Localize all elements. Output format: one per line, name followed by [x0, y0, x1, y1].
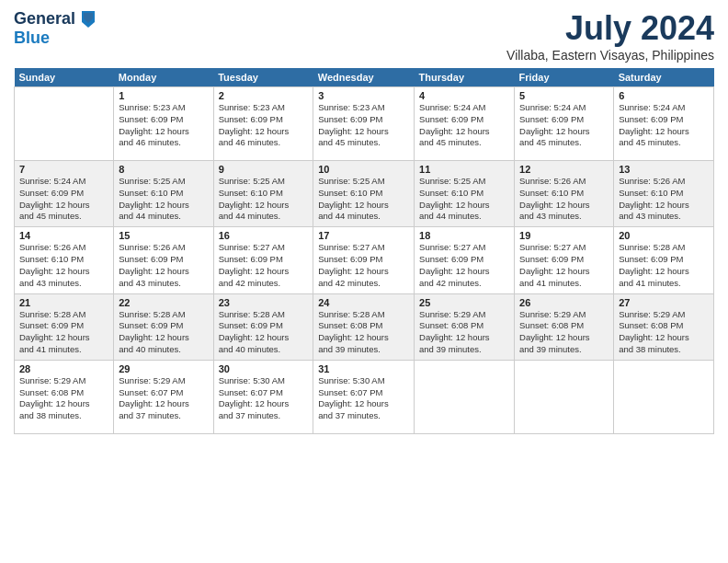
date-number: 16	[214, 227, 313, 242]
calendar-cell: 10Sunrise: 5:25 AMSunset: 6:10 PMDayligh…	[313, 161, 415, 227]
calendar-cell: 31Sunrise: 5:30 AMSunset: 6:07 PMDayligh…	[313, 360, 415, 433]
title-section: July 2024 Villaba, Eastern Visayas, Phil…	[506, 9, 714, 63]
calendar-cell: 1Sunrise: 5:23 AMSunset: 6:09 PMDaylight…	[114, 87, 213, 161]
date-number: 3	[313, 87, 414, 102]
calendar-cell: 11Sunrise: 5:25 AMSunset: 6:10 PMDayligh…	[415, 161, 515, 227]
cell-content: Sunrise: 5:25 AMSunset: 6:10 PMDaylight:…	[313, 176, 414, 226]
cell-content: Sunrise: 5:24 AMSunset: 6:09 PMDaylight:…	[515, 102, 613, 153]
cell-content: Sunrise: 5:25 AMSunset: 6:10 PMDaylight:…	[114, 176, 212, 226]
cell-content: Sunrise: 5:27 AMSunset: 6:09 PMDaylight:…	[515, 242, 613, 293]
header: General Blue July 2024 Villaba, Eastern …	[14, 9, 714, 63]
calendar-cell: 21Sunrise: 5:28 AMSunset: 6:09 PMDayligh…	[15, 293, 114, 360]
calendar-cell	[415, 360, 515, 433]
date-number: 11	[415, 161, 514, 176]
cell-content: Sunrise: 5:25 AMSunset: 6:10 PMDaylight:…	[214, 176, 313, 226]
cell-content: Sunrise: 5:24 AMSunset: 6:09 PMDaylight:…	[415, 102, 514, 153]
date-number: 10	[313, 161, 414, 176]
calendar-cell: 28Sunrise: 5:29 AMSunset: 6:08 PMDayligh…	[15, 360, 114, 433]
date-number: 15	[114, 227, 212, 242]
date-number: 9	[214, 161, 313, 176]
date-number: 31	[313, 361, 414, 375]
cell-content: Sunrise: 5:27 AMSunset: 6:09 PMDaylight:…	[214, 242, 313, 293]
date-number: 30	[214, 361, 313, 375]
calendar-week-3: 14Sunrise: 5:26 AMSunset: 6:10 PMDayligh…	[15, 227, 714, 293]
cell-content: Sunrise: 5:25 AMSunset: 6:10 PMDaylight:…	[415, 176, 514, 226]
header-friday: Friday	[515, 68, 614, 87]
cell-content: Sunrise: 5:30 AMSunset: 6:07 PMDaylight:…	[214, 375, 313, 426]
date-number: 12	[515, 161, 613, 176]
calendar-cell: 13Sunrise: 5:26 AMSunset: 6:10 PMDayligh…	[614, 161, 714, 227]
calendar-cell: 4Sunrise: 5:24 AMSunset: 6:09 PMDaylight…	[415, 87, 515, 161]
calendar-cell: 25Sunrise: 5:29 AMSunset: 6:08 PMDayligh…	[415, 293, 515, 360]
calendar-cell: 3Sunrise: 5:23 AMSunset: 6:09 PMDaylight…	[313, 87, 415, 161]
cell-content: Sunrise: 5:27 AMSunset: 6:09 PMDaylight:…	[313, 242, 414, 293]
date-number: 21	[15, 294, 113, 309]
date-number: 7	[15, 161, 113, 176]
date-number: 18	[415, 227, 514, 242]
date-number: 20	[614, 227, 713, 242]
calendar-week-1: 1Sunrise: 5:23 AMSunset: 6:09 PMDaylight…	[15, 87, 714, 161]
header-tuesday: Tuesday	[213, 68, 313, 87]
calendar-cell: 26Sunrise: 5:29 AMSunset: 6:08 PMDayligh…	[515, 293, 614, 360]
calendar-week-5: 28Sunrise: 5:29 AMSunset: 6:08 PMDayligh…	[15, 360, 714, 433]
calendar-cell: 7Sunrise: 5:24 AMSunset: 6:09 PMDaylight…	[15, 161, 114, 227]
main-title: July 2024	[506, 9, 714, 48]
calendar-cell: 22Sunrise: 5:28 AMSunset: 6:09 PMDayligh…	[114, 293, 213, 360]
calendar-cell: 27Sunrise: 5:29 AMSunset: 6:08 PMDayligh…	[614, 293, 714, 360]
cell-content: Sunrise: 5:26 AMSunset: 6:09 PMDaylight:…	[114, 242, 212, 293]
subtitle: Villaba, Eastern Visayas, Philippines	[506, 48, 714, 63]
cell-content: Sunrise: 5:23 AMSunset: 6:09 PMDaylight:…	[114, 102, 212, 153]
date-number: 1	[114, 87, 212, 102]
cell-content: Sunrise: 5:23 AMSunset: 6:09 PMDaylight:…	[214, 102, 313, 153]
cell-content: Sunrise: 5:29 AMSunset: 6:08 PMDaylight:…	[515, 309, 613, 360]
calendar-cell: 20Sunrise: 5:28 AMSunset: 6:09 PMDayligh…	[614, 227, 714, 293]
calendar-cell: 6Sunrise: 5:24 AMSunset: 6:09 PMDaylight…	[614, 87, 714, 161]
calendar-cell: 14Sunrise: 5:26 AMSunset: 6:10 PMDayligh…	[15, 227, 114, 293]
cell-content: Sunrise: 5:24 AMSunset: 6:09 PMDaylight:…	[614, 102, 713, 153]
calendar-cell: 18Sunrise: 5:27 AMSunset: 6:09 PMDayligh…	[415, 227, 515, 293]
header-monday: Monday	[114, 68, 213, 87]
date-number: 17	[313, 227, 414, 242]
calendar-cell: 19Sunrise: 5:27 AMSunset: 6:09 PMDayligh…	[515, 227, 614, 293]
cell-content: Sunrise: 5:29 AMSunset: 6:08 PMDaylight:…	[614, 309, 713, 360]
cell-content: Sunrise: 5:28 AMSunset: 6:09 PMDaylight:…	[214, 309, 313, 360]
cell-content: Sunrise: 5:28 AMSunset: 6:08 PMDaylight:…	[313, 309, 414, 360]
cell-content: Sunrise: 5:24 AMSunset: 6:09 PMDaylight:…	[15, 176, 113, 226]
calendar-cell: 29Sunrise: 5:29 AMSunset: 6:07 PMDayligh…	[114, 360, 213, 433]
cell-content: Sunrise: 5:26 AMSunset: 6:10 PMDaylight:…	[15, 242, 113, 293]
calendar-cell	[614, 360, 714, 433]
logo: General Blue	[14, 9, 97, 48]
calendar-cell: 30Sunrise: 5:30 AMSunset: 6:07 PMDayligh…	[213, 360, 313, 433]
date-number: 19	[515, 227, 613, 242]
date-number: 8	[114, 161, 212, 176]
cell-content: Sunrise: 5:28 AMSunset: 6:09 PMDaylight:…	[15, 309, 113, 360]
calendar-cell: 24Sunrise: 5:28 AMSunset: 6:08 PMDayligh…	[313, 293, 415, 360]
date-number: 13	[614, 161, 713, 176]
calendar-cell: 9Sunrise: 5:25 AMSunset: 6:10 PMDaylight…	[213, 161, 313, 227]
date-number: 6	[614, 87, 713, 102]
calendar-week-2: 7Sunrise: 5:24 AMSunset: 6:09 PMDaylight…	[15, 161, 714, 227]
calendar-cell: 12Sunrise: 5:26 AMSunset: 6:10 PMDayligh…	[515, 161, 614, 227]
logo-blue: Blue	[14, 29, 97, 48]
calendar-cell: 8Sunrise: 5:25 AMSunset: 6:10 PMDaylight…	[114, 161, 213, 227]
header-sunday: Sunday	[15, 68, 114, 87]
calendar-cell: 16Sunrise: 5:27 AMSunset: 6:09 PMDayligh…	[213, 227, 313, 293]
day-header-row: Sunday Monday Tuesday Wednesday Thursday…	[15, 68, 714, 87]
header-wednesday: Wednesday	[313, 68, 415, 87]
date-number: 29	[114, 361, 212, 375]
cell-content: Sunrise: 5:29 AMSunset: 6:07 PMDaylight:…	[114, 375, 212, 426]
logo-icon	[80, 9, 97, 29]
date-number: 28	[15, 361, 113, 375]
cell-content: Sunrise: 5:23 AMSunset: 6:09 PMDaylight:…	[313, 102, 414, 153]
calendar-cell: 5Sunrise: 5:24 AMSunset: 6:09 PMDaylight…	[515, 87, 614, 161]
header-saturday: Saturday	[614, 68, 714, 87]
date-number: 23	[214, 294, 313, 309]
header-thursday: Thursday	[415, 68, 515, 87]
date-number: 4	[415, 87, 514, 102]
calendar-cell: 2Sunrise: 5:23 AMSunset: 6:09 PMDaylight…	[213, 87, 313, 161]
date-number: 14	[15, 227, 113, 242]
cell-content: Sunrise: 5:29 AMSunset: 6:08 PMDaylight:…	[415, 309, 514, 360]
cell-content: Sunrise: 5:29 AMSunset: 6:08 PMDaylight:…	[15, 375, 113, 426]
calendar-cell: 23Sunrise: 5:28 AMSunset: 6:09 PMDayligh…	[213, 293, 313, 360]
calendar-cell: 15Sunrise: 5:26 AMSunset: 6:09 PMDayligh…	[114, 227, 213, 293]
